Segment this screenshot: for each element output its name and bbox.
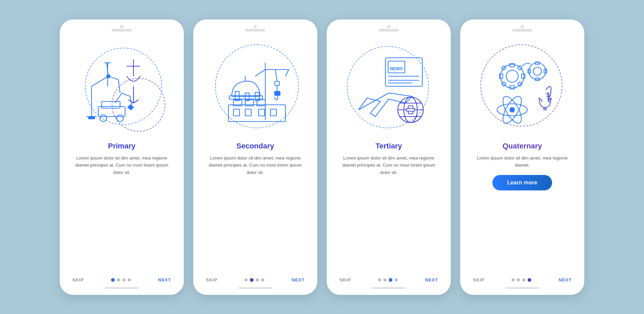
- svg-point-8: [107, 75, 110, 78]
- dot-1-2: [117, 278, 120, 281]
- dot-3-4: [395, 278, 398, 281]
- primary-desc: Lorem ipsum dolor sit dim amet, mea regi…: [70, 154, 174, 176]
- phone-camera-1: [120, 25, 123, 28]
- svg-point-67: [533, 67, 541, 75]
- dot-3-3: [389, 278, 392, 282]
- svg-rect-55: [407, 108, 415, 111]
- secondary-next[interactable]: NEXT: [291, 277, 305, 282]
- illustration-secondary: [208, 38, 302, 138]
- quaternary-nav: SKIP NEXT: [470, 277, 574, 282]
- phone-quaternary: $ Quaternary Lorem: [460, 19, 584, 295]
- quaternary-dots: [512, 278, 531, 282]
- illustration-tertiary: NEWS: [342, 38, 436, 138]
- svg-point-18: [117, 115, 123, 122]
- primary-title: Primary: [108, 142, 136, 150]
- phone-tertiary: NEWS Tertiary Lore: [327, 19, 451, 295]
- svg-rect-40: [245, 109, 251, 116]
- dot-2-2: [250, 278, 254, 282]
- dot-2-1: [245, 278, 248, 281]
- svg-point-57: [506, 70, 518, 82]
- tertiary-svg: NEWS: [345, 43, 432, 133]
- phone-notch-4: [512, 29, 532, 32]
- bottom-bar-2: [238, 287, 272, 289]
- tertiary-nav: SKIP NEXT: [337, 277, 441, 282]
- secondary-svg: [212, 43, 299, 133]
- quaternary-title: Quaternary: [502, 142, 542, 150]
- dot-3-1: [378, 278, 381, 281]
- svg-rect-31: [275, 91, 280, 95]
- quaternary-next[interactable]: NEXT: [558, 277, 572, 282]
- bottom-bar-4: [505, 287, 539, 289]
- svg-rect-63: [518, 81, 522, 86]
- quaternary-desc: Lorem ipsum dolor sit dim amet, mea regi…: [470, 154, 574, 169]
- svg-rect-61: [522, 74, 525, 79]
- dot-4-3: [522, 278, 525, 281]
- bottom-bar-3: [372, 287, 406, 289]
- phone-notch-1: [112, 29, 132, 32]
- svg-rect-32: [228, 105, 285, 122]
- svg-text:NEWS: NEWS: [390, 66, 403, 71]
- phone-camera-3: [387, 25, 390, 28]
- illustration-quaternary: $: [475, 38, 569, 138]
- secondary-skip[interactable]: SKIP: [206, 277, 217, 282]
- svg-rect-39: [233, 109, 239, 116]
- quaternary-skip[interactable]: SKIP: [473, 277, 484, 282]
- svg-point-56: [500, 64, 524, 88]
- dot-3-2: [383, 278, 386, 281]
- svg-rect-16: [102, 101, 120, 108]
- svg-rect-9: [88, 117, 95, 119]
- dot-2-4: [261, 278, 264, 281]
- secondary-title: Secondary: [236, 142, 274, 150]
- dot-1-1: [111, 278, 115, 282]
- bottom-bar-1: [105, 287, 139, 289]
- primary-nav: SKIP NEXT: [70, 277, 174, 282]
- svg-rect-42: [270, 109, 276, 116]
- phone-camera-2: [254, 25, 257, 28]
- svg-rect-43: [385, 58, 422, 86]
- dot-4-1: [512, 278, 515, 281]
- tertiary-skip[interactable]: SKIP: [339, 277, 351, 282]
- phone-notch-2: [245, 29, 265, 32]
- primary-dots: [111, 278, 131, 282]
- secondary-desc: Lorem ipsum dolor sit dim amet, mea regi…: [203, 154, 307, 176]
- dot-2-3: [256, 278, 259, 281]
- dot-1-4: [128, 278, 131, 281]
- svg-text:$: $: [546, 92, 550, 98]
- quaternary-svg: $: [479, 43, 566, 133]
- svg-line-20: [122, 93, 130, 96]
- svg-rect-41: [259, 109, 265, 116]
- svg-point-66: [529, 63, 546, 80]
- svg-rect-60: [499, 74, 503, 79]
- phones-container: Primary Lorem ipsum dolor sit dim amet, …: [46, 6, 598, 308]
- secondary-dots: [245, 278, 264, 282]
- phone-primary: Primary Lorem ipsum dolor sit dim amet, …: [60, 19, 184, 295]
- tertiary-desc: Lorem ipsum dolor sit dim amet, mea regi…: [337, 154, 441, 176]
- svg-rect-58: [510, 63, 515, 67]
- primary-skip[interactable]: SKIP: [72, 277, 84, 282]
- svg-point-17: [100, 115, 107, 122]
- illustration-primary: [75, 38, 169, 138]
- svg-line-2: [92, 76, 108, 86]
- svg-rect-29: [275, 81, 279, 85]
- primary-next[interactable]: NEXT: [158, 277, 171, 282]
- learn-more-button[interactable]: Learn more: [492, 175, 552, 190]
- dot-1-3: [122, 278, 125, 281]
- dot-4-4: [528, 278, 531, 282]
- secondary-nav: SKIP NEXT: [203, 277, 307, 282]
- phone-notch-3: [379, 29, 399, 32]
- primary-svg: [78, 43, 165, 133]
- svg-rect-59: [510, 86, 515, 89]
- svg-line-7: [118, 80, 120, 93]
- svg-line-28: [275, 70, 277, 81]
- svg-line-26: [255, 70, 265, 76]
- dot-4-2: [517, 278, 520, 281]
- phone-camera-4: [521, 25, 524, 28]
- phone-secondary: Secondary Lorem ipsum dolor sit dim amet…: [193, 19, 317, 295]
- svg-line-14: [133, 100, 139, 103]
- svg-line-27: [285, 70, 289, 76]
- svg-point-77: [509, 107, 515, 113]
- tertiary-title: Tertiary: [375, 142, 402, 150]
- tertiary-next[interactable]: NEXT: [425, 277, 438, 282]
- tertiary-dots: [378, 278, 398, 282]
